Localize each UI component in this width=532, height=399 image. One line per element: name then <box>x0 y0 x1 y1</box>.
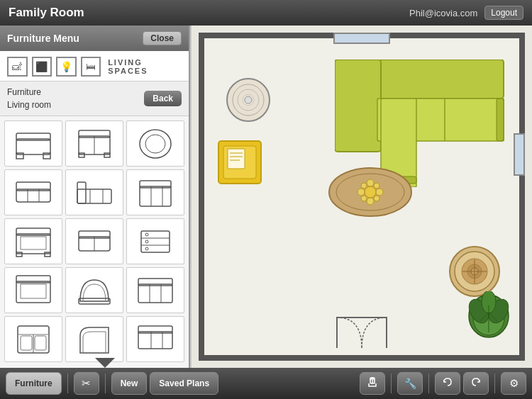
saved-plans-button[interactable]: Saved Plans <box>150 372 218 395</box>
svg-rect-72 <box>21 237 46 249</box>
svg-point-17 <box>361 196 367 201</box>
svg-rect-0 <box>377 60 504 99</box>
furniture-item[interactable] <box>65 267 123 313</box>
logout-button[interactable]: Logout <box>484 6 523 20</box>
furniture-item[interactable] <box>126 218 184 264</box>
furniture-item[interactable] <box>126 267 184 313</box>
svg-rect-60 <box>77 189 111 203</box>
user-email: Phil@icovia.com <box>409 8 477 18</box>
panel-header: Furniture Menu Close <box>0 26 189 51</box>
share-button[interactable] <box>360 372 385 395</box>
svg-rect-52 <box>79 153 84 157</box>
svg-point-55 <box>145 135 165 153</box>
svg-rect-91 <box>18 326 49 335</box>
svg-rect-61 <box>77 182 86 203</box>
bottom-toolbar: Furniture ✂ New Saved Plans 🔧 <box>0 368 532 399</box>
toolbar-divider-4 <box>428 373 429 393</box>
panel-title: Furniture Menu <box>7 33 79 44</box>
room-plant[interactable] <box>466 291 512 341</box>
tools-icon-button[interactable]: ✂ <box>74 372 99 395</box>
svg-point-18 <box>374 196 379 201</box>
furniture-item[interactable] <box>65 218 123 264</box>
svg-rect-45 <box>16 139 50 154</box>
room-door <box>333 314 390 349</box>
logo-text: LIVING SPACES <box>108 58 182 75</box>
svg-rect-95 <box>138 332 172 349</box>
furniture-grid <box>0 116 189 368</box>
panel-breadcrumb: Furniture Living room Back <box>0 82 189 116</box>
furniture-item[interactable] <box>4 169 62 215</box>
app-header: Family Room Phil@icovia.com Logout <box>0 0 532 26</box>
panel-arrow <box>95 358 115 368</box>
logo-icon-sofa: 🛋 <box>7 57 28 77</box>
svg-rect-84 <box>21 284 46 298</box>
room-walls <box>199 33 525 361</box>
redo-icon <box>471 377 481 390</box>
svg-point-12 <box>367 198 374 205</box>
svg-rect-94 <box>35 336 46 350</box>
new-button[interactable]: New <box>111 372 148 395</box>
furniture-button[interactable]: Furniture <box>6 372 62 395</box>
furniture-item[interactable] <box>4 267 62 313</box>
svg-rect-26 <box>228 149 245 169</box>
furniture-item[interactable] <box>65 316 123 362</box>
room-canvas <box>192 26 532 368</box>
room-round-decor[interactable] <box>448 245 501 298</box>
settings-button[interactable]: ⚙ <box>501 372 526 395</box>
furniture-item[interactable] <box>4 218 62 264</box>
breadcrumb-text: Furniture Living room <box>7 86 51 111</box>
logo-icon-bed: 🛏 <box>81 57 101 77</box>
toolbar-divider-5 <box>494 373 495 393</box>
back-button[interactable]: Back <box>144 91 182 106</box>
furniture-item[interactable] <box>65 169 123 215</box>
furniture-panel: Furniture Menu Close 🛋 ⬛ 💡 🛏 LIVING SPAC… <box>0 26 190 368</box>
redo-button[interactable] <box>463 372 489 395</box>
svg-rect-6 <box>497 99 504 141</box>
toolbar-divider-2 <box>105 373 106 393</box>
logo-icon-lamp: 💡 <box>56 57 77 77</box>
toolbar-divider-3 <box>391 373 392 393</box>
svg-rect-86 <box>138 284 172 303</box>
svg-rect-93 <box>21 336 32 350</box>
svg-point-13 <box>358 189 365 196</box>
window-right <box>514 133 525 176</box>
wrench-icon: 🔧 <box>404 378 416 389</box>
logo-icon-table: ⬛ <box>32 57 52 77</box>
window-top <box>333 33 390 44</box>
svg-point-15 <box>361 183 367 189</box>
svg-point-10 <box>365 186 376 198</box>
undo-button[interactable] <box>435 372 460 395</box>
page-title: Family Room <box>9 6 84 20</box>
furniture-item[interactable] <box>126 120 184 167</box>
wrench-button[interactable]: 🔧 <box>397 372 423 395</box>
furniture-item[interactable] <box>4 316 62 362</box>
svg-point-23 <box>245 96 252 103</box>
svg-point-81 <box>145 247 148 250</box>
furniture-item[interactable] <box>126 316 184 362</box>
svg-point-14 <box>376 189 383 196</box>
panel-logo: 🛋 ⬛ 💡 🛏 LIVING SPACES <box>0 51 189 82</box>
svg-point-54 <box>140 130 171 158</box>
toolbar-divider-1 <box>67 373 68 393</box>
share-icon <box>367 376 378 390</box>
room-yellow-chair[interactable] <box>215 137 265 187</box>
room-side-table[interactable] <box>226 77 272 123</box>
furniture-item[interactable] <box>4 120 62 167</box>
svg-point-80 <box>145 240 148 243</box>
svg-point-79 <box>145 233 148 236</box>
svg-rect-64 <box>140 186 171 206</box>
furniture-item[interactable] <box>126 169 184 215</box>
furniture-item[interactable] <box>65 120 123 167</box>
svg-point-11 <box>367 179 374 186</box>
svg-rect-53 <box>104 153 110 157</box>
undo-icon <box>443 377 453 390</box>
settings-icon: ⚙ <box>509 377 519 390</box>
panel-close-button[interactable]: Close <box>143 31 182 45</box>
svg-rect-70 <box>16 252 22 257</box>
svg-rect-71 <box>45 252 50 257</box>
scissors-icon: ✂ <box>82 377 91 390</box>
header-right: Phil@icovia.com Logout <box>409 6 523 20</box>
room-coffee-table[interactable] <box>328 166 413 219</box>
svg-point-16 <box>374 183 379 189</box>
svg-rect-1 <box>335 60 381 152</box>
